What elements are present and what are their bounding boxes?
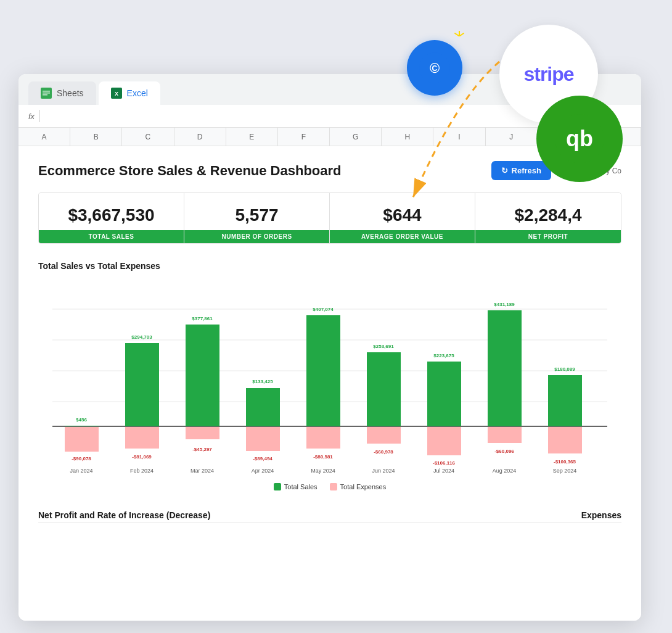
sparkles-icon (450, 31, 469, 49)
col-d: D (174, 128, 226, 146)
col-a: A (18, 128, 70, 146)
svg-line-6 (460, 33, 464, 36)
svg-rect-51 (488, 427, 522, 443)
chart-wrapper: $456 -$90,078 $294,703 -$81,069 $377,861… (38, 278, 621, 490)
svg-text:-$60,978: -$60,978 (374, 449, 393, 455)
svg-rect-55 (548, 427, 582, 453)
svg-text:$456: $456 (76, 417, 87, 423)
svg-text:$133,425: $133,425 (252, 379, 273, 384)
kpi-total-sales-value: $3,667,530 (49, 205, 174, 225)
dashboard-title: Ecommerce Store Sales & Revenue Dashboar… (38, 163, 342, 179)
svg-text:qb: qb (566, 126, 593, 151)
chart-legend: Total Sales Total Expenses (38, 483, 621, 490)
svg-rect-31 (186, 427, 219, 439)
svg-text:-$90,078: -$90,078 (72, 456, 91, 461)
kpi-orders: 5,577 NUMBER OF ORDERS (184, 193, 330, 243)
svg-text:$377,861: $377,861 (192, 316, 213, 321)
chart-section: Total Sales vs Total Expenses $456 -$9 (38, 261, 621, 490)
formula-divider (39, 110, 40, 122)
kpi-total-sales-label: TOTAL SALES (39, 230, 184, 243)
svg-text:-$106,116: -$106,116 (433, 460, 456, 466)
svg-text:-$100,365: -$100,365 (554, 459, 576, 465)
svg-rect-47 (427, 427, 461, 455)
svg-text:X: X (115, 91, 118, 97)
sheets-icon (41, 88, 52, 99)
svg-rect-11 (43, 94, 47, 96)
svg-text:$431,189: $431,189 (494, 302, 515, 307)
dashed-arrow (364, 49, 549, 222)
col-c: C (122, 128, 174, 146)
svg-text:Jan 2024: Jan 2024 (70, 468, 92, 474)
svg-line-5 (455, 33, 459, 36)
svg-text:$294,703: $294,703 (131, 334, 152, 340)
svg-text:Mar 2024: Mar 2024 (191, 468, 214, 474)
svg-text:-$80,581: -$80,581 (313, 454, 333, 460)
legend-expenses: Total Expenses (330, 483, 387, 490)
svg-text:-$45,297: -$45,297 (192, 447, 212, 452)
svg-text:Aug 2024: Aug 2024 (493, 468, 517, 474)
svg-rect-9 (43, 91, 50, 92)
svg-rect-25 (125, 343, 159, 426)
kpi-total-sales: $3,667,530 TOTAL SALES (39, 193, 184, 243)
col-e: E (226, 128, 278, 146)
kpi-orders-value: 5,577 (194, 205, 319, 225)
bottom-title: Net Profit and Rate of Increase (Decreas… (38, 510, 210, 520)
sheets-tab-label: Sheets (57, 88, 84, 98)
svg-rect-41 (367, 352, 401, 426)
bottom-divider (38, 523, 621, 523)
svg-rect-45 (427, 362, 461, 426)
kpi-avg-order-label: AVERAGE ORDER VALUE (330, 230, 475, 243)
svg-rect-33 (246, 388, 280, 426)
svg-rect-27 (125, 427, 159, 449)
excel-icon: X (111, 88, 122, 99)
svg-text:-$89,494: -$89,494 (253, 456, 272, 461)
legend-sales: Total Sales (274, 483, 318, 490)
svg-rect-39 (306, 427, 340, 449)
svg-text:Feb 2024: Feb 2024 (130, 468, 154, 474)
formula-label: fx (28, 112, 35, 121)
col-f: F (278, 128, 330, 146)
svg-rect-29 (186, 325, 219, 426)
svg-rect-43 (367, 427, 401, 444)
legend-expenses-dot (330, 483, 337, 490)
kpi-net-profit-label: NET PROFIT (475, 230, 621, 243)
expenses-label: Expenses (581, 510, 621, 520)
svg-text:$223,675: $223,675 (433, 353, 454, 358)
legend-sales-dot (274, 483, 281, 490)
tab-sheets[interactable]: Sheets (28, 81, 96, 105)
svg-rect-53 (548, 375, 582, 426)
kpi-orders-label: NUMBER OF ORDERS (184, 230, 329, 243)
svg-text:Apr 2024: Apr 2024 (252, 468, 274, 474)
col-b: B (70, 128, 122, 146)
svg-text:$253,691: $253,691 (373, 344, 394, 349)
svg-rect-23 (65, 427, 99, 452)
tab-excel[interactable]: X Excel (99, 81, 160, 105)
chart-title: Total Sales vs Total Expenses (38, 261, 621, 271)
svg-rect-35 (246, 427, 280, 451)
quickbooks-logo: qb (536, 96, 623, 182)
svg-text:-$60,096: -$60,096 (494, 449, 514, 454)
svg-text:May 2024: May 2024 (311, 468, 335, 474)
svg-rect-37 (306, 315, 340, 426)
legend-sales-label: Total Sales (284, 483, 318, 490)
excel-tab-label: Excel (127, 88, 148, 98)
svg-text:$180,089: $180,089 (554, 366, 575, 372)
svg-text:Jul 2024: Jul 2024 (433, 468, 454, 474)
qb-icon: qb (555, 114, 604, 163)
svg-text:Jun 2024: Jun 2024 (372, 468, 395, 474)
svg-text:-$81,069: -$81,069 (132, 454, 152, 460)
svg-rect-21 (65, 426, 99, 426)
bottom-section: Net Profit and Rate of Increase (Decreas… (38, 508, 621, 520)
bar-chart: $456 -$90,078 $294,703 -$81,069 $377,861… (38, 278, 621, 476)
svg-text:$407,074: $407,074 (313, 307, 334, 312)
svg-rect-10 (43, 93, 50, 94)
legend-expenses-label: Total Expenses (340, 483, 387, 490)
svg-text:Sep 2024: Sep 2024 (553, 468, 577, 474)
svg-rect-49 (488, 310, 522, 426)
